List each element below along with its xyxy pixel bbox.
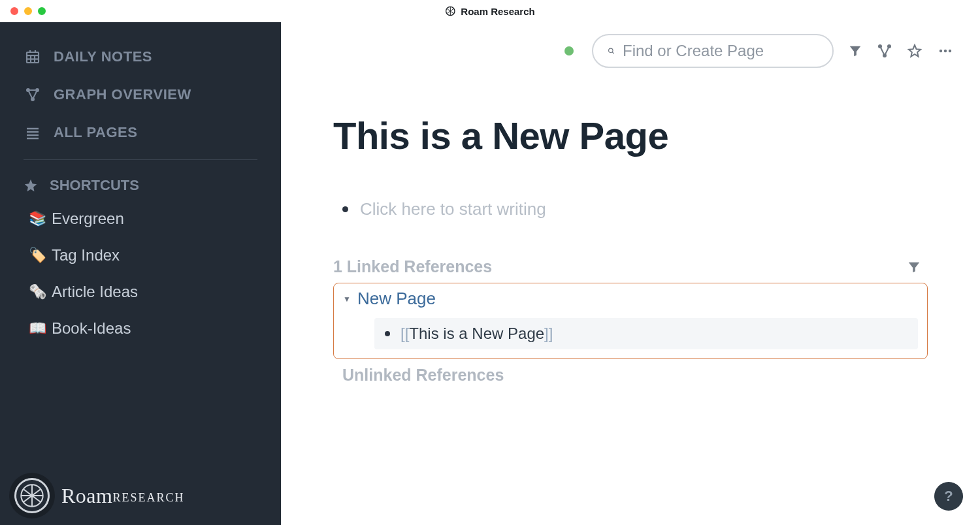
star-outline-icon xyxy=(907,43,923,59)
svg-point-22 xyxy=(944,50,947,52)
reference-link-text: This is a New Page xyxy=(409,325,544,342)
brand-text: RoamRESEARCH xyxy=(61,484,184,508)
roam-logo-icon xyxy=(14,478,50,513)
reference-source-page[interactable]: ▼ New Page xyxy=(343,289,918,309)
tag-icon: 🏷️ xyxy=(29,247,46,264)
page-title[interactable]: This is a New Page xyxy=(333,114,928,157)
brand-sub: RESEARCH xyxy=(112,491,184,504)
references-filter-button[interactable] xyxy=(907,260,921,274)
shortcuts-header: SHORTCUTS xyxy=(0,172,281,200)
help-button[interactable]: ? xyxy=(934,482,963,511)
titlebar: Roam Research xyxy=(0,0,980,22)
nav-graph-overview[interactable]: GRAPH OVERVIEW xyxy=(0,76,281,114)
filter-icon xyxy=(848,44,862,58)
shortcut-evergreen[interactable]: 📚 Evergreen xyxy=(0,200,281,237)
topbar xyxy=(281,22,980,68)
shortcut-book-ideas[interactable]: 📖 Book-Ideas xyxy=(0,310,281,347)
shortcut-article-ideas[interactable]: 🗞️ Article Ideas xyxy=(0,274,281,310)
app-logo-icon xyxy=(445,6,455,16)
calendar-icon xyxy=(24,49,42,65)
sync-status-indicator[interactable] xyxy=(564,46,574,56)
window-title: Roam Research xyxy=(445,6,534,17)
favorite-button[interactable] xyxy=(907,43,923,59)
linked-reference-group: ▼ New Page [[This is a New Page]] xyxy=(333,283,928,359)
traffic-lights xyxy=(10,7,46,15)
linked-references-header[interactable]: 1 Linked References xyxy=(333,257,492,276)
bracket-close: ]] xyxy=(544,325,553,342)
bullet-icon xyxy=(342,206,348,212)
shortcut-label: Tag Index xyxy=(52,246,120,264)
nav-daily-notes[interactable]: DAILY NOTES xyxy=(0,38,281,76)
bullet-icon xyxy=(385,331,390,336)
shortcut-label: Article Ideas xyxy=(52,283,138,301)
nav-all-pages[interactable]: ALL PAGES xyxy=(0,114,281,151)
nav-label: GRAPH OVERVIEW xyxy=(54,86,191,103)
svg-line-17 xyxy=(612,52,613,54)
star-icon xyxy=(24,178,38,193)
shortcuts-label: SHORTCUTS xyxy=(50,177,139,194)
search-box[interactable] xyxy=(592,34,834,68)
shortcut-label: Book-Ideas xyxy=(52,319,131,338)
unlinked-references-header[interactable]: Unlinked References xyxy=(342,366,928,385)
bracket-open: [[ xyxy=(400,325,409,342)
nav-label: ALL PAGES xyxy=(54,124,137,141)
open-book-icon: 📖 xyxy=(29,320,46,337)
svg-point-23 xyxy=(949,50,951,52)
maximize-window-button[interactable] xyxy=(38,7,46,15)
svg-point-21 xyxy=(939,50,942,52)
newspaper-icon: 🗞️ xyxy=(29,283,46,300)
filter-button[interactable] xyxy=(848,44,862,58)
svg-rect-1 xyxy=(27,52,39,63)
more-menu-button[interactable] xyxy=(937,43,954,59)
sidebar-separator xyxy=(24,159,257,160)
search-input[interactable] xyxy=(623,42,818,60)
reference-source-label: New Page xyxy=(357,289,436,309)
main-content: This is a New Page Click here to start w… xyxy=(281,22,980,525)
close-window-button[interactable] xyxy=(10,7,18,15)
reference-block[interactable]: [[This is a New Page]] xyxy=(374,318,918,349)
nav-label: DAILY NOTES xyxy=(54,48,152,65)
shortcut-tag-index[interactable]: 🏷️ Tag Index xyxy=(0,237,281,274)
svg-point-16 xyxy=(609,48,613,52)
caret-down-icon: ▼ xyxy=(343,294,351,304)
brand-name: Roam xyxy=(61,484,112,507)
shortcut-label: Evergreen xyxy=(52,210,124,228)
menu-lines-icon xyxy=(24,125,42,140)
graph-node-icon xyxy=(877,43,892,59)
app-title-label: Roam Research xyxy=(461,6,534,17)
reference-content: [[This is a New Page]] xyxy=(400,325,553,343)
empty-block[interactable]: Click here to start writing xyxy=(342,199,928,219)
sidebar: DAILY NOTES GRAPH OVERVIEW ALL PAGES SHO… xyxy=(0,22,281,525)
filter-icon xyxy=(907,260,921,274)
brand-footer: RoamRESEARCH xyxy=(14,478,184,513)
dots-horizontal-icon xyxy=(937,43,954,59)
graph-icon xyxy=(24,87,42,103)
search-icon xyxy=(608,43,615,59)
block-placeholder[interactable]: Click here to start writing xyxy=(360,199,546,219)
minimize-window-button[interactable] xyxy=(24,7,32,15)
books-icon: 📚 xyxy=(29,210,46,227)
graph-view-button[interactable] xyxy=(877,43,892,59)
help-icon: ? xyxy=(944,488,953,505)
